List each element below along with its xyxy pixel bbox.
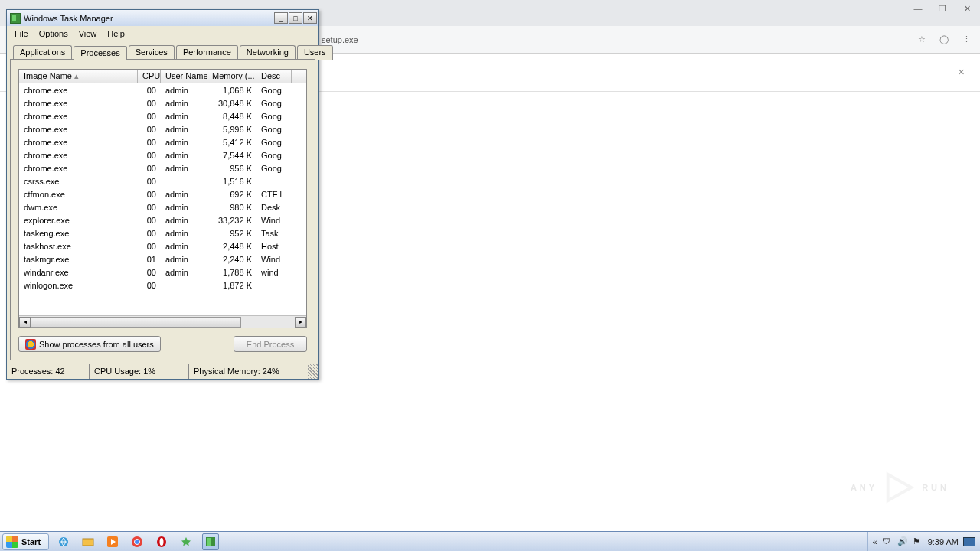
table-row[interactable]: dwm.exe00admin980 KDesk <box>19 201 306 214</box>
tab-networking[interactable]: Networking <box>240 45 296 60</box>
horizontal-scrollbar[interactable]: ◂ ▸ <box>19 315 306 328</box>
tab-performance[interactable]: Performance <box>176 45 238 60</box>
svg-rect-1 <box>83 539 93 546</box>
col-user-name[interactable]: User Name <box>161 70 207 83</box>
taskbar-taskmgr-icon[interactable] <box>202 533 219 550</box>
menu-icon[interactable]: ⋮ <box>962 34 971 44</box>
table-row[interactable]: taskhost.exe00admin2,448 KHost <box>19 240 306 253</box>
col-description[interactable]: Desc <box>256 70 292 83</box>
col-cpu[interactable]: CPU <box>138 70 161 83</box>
taskbar-app-icon[interactable] <box>178 533 194 550</box>
windows-orb-icon <box>6 536 18 548</box>
menu-file[interactable]: File <box>10 28 33 39</box>
end-process-button[interactable]: End Process <box>234 336 307 352</box>
svg-rect-9 <box>207 538 211 546</box>
chrome-minimize-button[interactable]: — <box>906 2 929 15</box>
address-fragment: setup.exe <box>322 35 358 44</box>
process-list[interactable]: Image Name ▴ CPU User Name Memory (... D… <box>18 69 307 328</box>
col-memory[interactable]: Memory (... <box>207 70 256 83</box>
tab-services[interactable]: Services <box>129 45 175 60</box>
taskbar-chrome-icon[interactable] <box>129 533 145 550</box>
tray-volume-icon[interactable]: 🔊 <box>897 536 908 547</box>
status-memory: Physical Memory: 24% <box>189 364 308 379</box>
show-all-processes-button[interactable]: Show processes from all users <box>18 336 161 352</box>
tray-shield-icon[interactable]: 🛡 <box>882 536 893 547</box>
star-icon[interactable]: ☆ <box>918 34 926 44</box>
tab-applications[interactable]: Applications <box>13 45 72 60</box>
anyrun-watermark: ANY RUN <box>851 470 949 505</box>
table-row[interactable]: taskeng.exe00admin952 KTask <box>19 227 306 240</box>
table-row[interactable]: chrome.exe00admin30,848 KGoog <box>19 96 306 109</box>
status-processes: Processes: 42 <box>7 364 90 379</box>
tray-expand-icon[interactable]: « <box>873 537 877 546</box>
menu-view[interactable]: View <box>74 28 102 39</box>
chrome-close-button[interactable]: ✕ <box>956 2 978 15</box>
table-row[interactable]: chrome.exe00admin7,544 KGoog <box>19 148 306 161</box>
taskbar-opera-icon[interactable] <box>153 533 170 550</box>
scroll-right-icon[interactable]: ▸ <box>295 317 306 328</box>
taskbar-explorer-icon[interactable] <box>80 533 96 550</box>
tray-clock[interactable]: 9:39 AM <box>928 537 959 546</box>
col-image-name[interactable]: Image Name ▴ <box>19 70 138 83</box>
sort-asc-icon: ▴ <box>74 71 79 80</box>
table-row[interactable]: chrome.exe00admin1,068 KGoog <box>19 83 306 96</box>
system-tray[interactable]: « 🛡 🔊 ⚑ 9:39 AM <box>867 532 980 551</box>
resize-grip-icon[interactable] <box>308 364 318 379</box>
status-bar: Processes: 42 CPU Usage: 1% Physical Mem… <box>7 364 318 379</box>
column-headers: Image Name ▴ CPU User Name Memory (... D… <box>19 70 306 83</box>
tab-users[interactable]: Users <box>297 45 333 60</box>
tab-bar: Applications Processes Services Performa… <box>10 44 315 59</box>
infobar-close-icon[interactable]: ✕ <box>958 67 965 77</box>
profile-icon[interactable]: ◯ <box>939 34 949 44</box>
table-row[interactable]: chrome.exe00admin5,996 KGoog <box>19 122 306 135</box>
taskbar-media-icon[interactable] <box>104 533 121 550</box>
tm-titlebar[interactable]: Windows Task Manager _ □ ✕ <box>7 10 318 26</box>
table-row[interactable]: ctfmon.exe00admin692 KCTF l <box>19 187 306 201</box>
tab-processes[interactable]: Processes <box>74 46 126 60</box>
status-cpu: CPU Usage: 1% <box>90 364 189 379</box>
table-row[interactable]: explorer.exe00admin33,232 KWind <box>19 214 306 227</box>
svg-point-7 <box>160 538 164 546</box>
table-row[interactable]: winlogon.exe001,872 K <box>19 279 306 292</box>
table-row[interactable]: chrome.exe00admin956 KGoog <box>19 161 306 174</box>
taskmgr-icon <box>10 13 21 24</box>
table-row[interactable]: chrome.exe00admin8,448 KGoog <box>19 109 306 122</box>
menu-bar: File Options View Help <box>7 26 318 41</box>
close-button[interactable]: ✕ <box>303 12 317 24</box>
taskbar-ie-icon[interactable] <box>55 533 72 550</box>
minimize-button[interactable]: _ <box>274 12 288 24</box>
start-button[interactable]: Start <box>2 533 49 550</box>
taskbar[interactable]: Start « 🛡 🔊 ⚑ 9:39 AM <box>0 531 980 551</box>
table-row[interactable]: windanr.exe00admin1,788 Kwind <box>19 266 306 279</box>
scroll-left-icon[interactable]: ◂ <box>19 317 31 328</box>
maximize-button[interactable]: □ <box>289 12 302 24</box>
tray-desktop-icon[interactable] <box>963 537 975 546</box>
tray-flag-icon[interactable]: ⚑ <box>913 536 923 547</box>
table-row[interactable]: chrome.exe00admin5,412 KGoog <box>19 135 306 148</box>
table-row[interactable]: csrss.exe001,516 K <box>19 174 306 187</box>
table-row[interactable]: taskmgr.exe01admin2,240 KWind <box>19 253 306 266</box>
chrome-maximize-button[interactable]: ❐ <box>931 2 954 15</box>
task-manager-window[interactable]: Windows Task Manager _ □ ✕ File Options … <box>6 9 319 380</box>
menu-help[interactable]: Help <box>103 28 129 39</box>
menu-options[interactable]: Options <box>34 28 73 39</box>
window-title: Windows Task Manager <box>24 14 113 23</box>
scroll-thumb[interactable] <box>31 317 241 328</box>
